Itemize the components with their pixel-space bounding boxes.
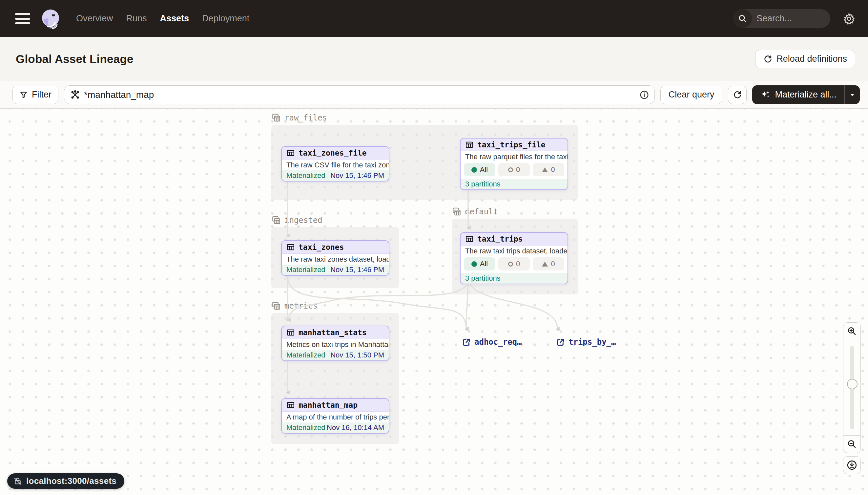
- materialized-timestamp: Nov 15, 1:50 PM: [330, 351, 384, 359]
- asset-name: taxi_trips_file: [477, 140, 546, 149]
- triangle-icon: [542, 167, 548, 172]
- zoom-out-icon: [847, 439, 857, 449]
- materialized-status: Materialized: [286, 424, 325, 432]
- asset-name: manhattan_stats: [299, 328, 367, 337]
- top-navbar: Overview Runs Assets Deployment /: [0, 0, 868, 37]
- group-label-raw-files[interactable]: raw_files: [271, 113, 327, 123]
- reload-definitions-button[interactable]: Reload definitions: [755, 50, 855, 68]
- asset-group-icon: [271, 301, 281, 311]
- materialized-status: Materialized: [286, 351, 325, 359]
- status-url: localhost:3000/assets: [26, 476, 117, 486]
- page-title: Global Asset Lineage: [16, 52, 134, 66]
- filter-funnel-icon: [19, 90, 28, 99]
- green-dot-icon: [472, 167, 477, 173]
- partitions-failed-pill[interactable]: 0: [533, 257, 564, 271]
- zoom-out-button[interactable]: [843, 435, 861, 453]
- partitions-count: 3 partitions: [465, 274, 501, 283]
- asset-group-icon: [452, 207, 462, 217]
- asset-description: The raw taxi trips dataset, loaded into …: [461, 245, 568, 256]
- asset-node-taxi-trips-file[interactable]: taxi_trips_file The raw parquet files fo…: [460, 138, 568, 190]
- asset-description: A map of the number of trips per taxi z.…: [282, 412, 389, 423]
- ring-icon: [508, 167, 513, 172]
- asset-node-taxi-zones-file[interactable]: taxi_zones_file The raw CSV file for the…: [281, 146, 389, 182]
- lineage-toolbar: Filter Clear query: [0, 81, 868, 109]
- ring-icon: [508, 262, 513, 267]
- asset-name: taxi_zones: [299, 243, 344, 252]
- partitions-failed-pill[interactable]: 0: [533, 163, 564, 176]
- table-icon: [286, 328, 295, 337]
- materialize-dropdown-button[interactable]: [844, 85, 860, 104]
- external-node-adhoc-request[interactable]: adhoc_req…: [462, 338, 522, 347]
- nav-link-overview[interactable]: Overview: [76, 14, 113, 24]
- nav-link-assets[interactable]: Assets: [160, 14, 189, 24]
- nav-links: Overview Runs Assets Deployment: [76, 14, 249, 24]
- refresh-icon: [733, 90, 742, 100]
- materialize-all-button[interactable]: Materialize all...: [752, 85, 844, 104]
- search-icon: [733, 9, 752, 28]
- table-icon: [286, 149, 295, 157]
- asset-group-icon: [271, 113, 281, 123]
- asset-query-input[interactable]: [84, 90, 635, 100]
- asset-query-box[interactable]: [64, 85, 655, 104]
- zoom-in-button[interactable]: [843, 322, 861, 340]
- materialized-status: Materialized: [286, 171, 325, 180]
- zoom-in-icon: [847, 326, 857, 336]
- group-label-metrics[interactable]: metrics: [271, 301, 318, 311]
- nav-link-runs[interactable]: Runs: [126, 14, 147, 24]
- insecure-lock-icon: [13, 477, 22, 486]
- asset-node-taxi-trips[interactable]: taxi_trips The raw taxi trips dataset, l…: [460, 232, 568, 284]
- table-icon: [465, 235, 474, 243]
- asset-node-taxi-zones[interactable]: taxi_zones The raw taxi zones dataset, l…: [281, 240, 389, 276]
- materialized-timestamp: Nov 15, 1:46 PM: [330, 266, 384, 274]
- partitions-count: 3 partitions: [465, 180, 501, 188]
- external-link-icon: [556, 338, 565, 347]
- global-search[interactable]: /: [733, 9, 830, 28]
- asset-group-icon: [271, 215, 281, 225]
- asset-name: taxi_trips: [477, 235, 522, 243]
- asset-description: The raw taxi zones dataset, loaded int..…: [282, 254, 389, 264]
- external-node-trips-by[interactable]: trips_by_…: [556, 338, 616, 347]
- reload-icon: [763, 54, 773, 64]
- triangle-icon: [542, 262, 548, 267]
- page-header: Global Asset Lineage Reload definitions: [0, 37, 868, 81]
- query-info-icon[interactable]: [639, 90, 649, 100]
- asset-node-manhattan-stats[interactable]: manhattan_stats Metrics on taxi trips in…: [281, 326, 389, 361]
- table-icon: [465, 140, 474, 149]
- browser-status-pill: localhost:3000/assets: [7, 473, 124, 489]
- zoom-slider[interactable]: [843, 340, 861, 435]
- partitions-missing-pill[interactable]: 0: [498, 163, 530, 176]
- dagster-app: Overview Runs Assets Deployment / Global…: [0, 0, 868, 495]
- asset-name: manhattan_map: [299, 401, 358, 409]
- partitions-all-pill[interactable]: All: [464, 257, 495, 271]
- partitions-missing-pill[interactable]: 0: [498, 257, 530, 271]
- dagster-logo[interactable]: [40, 8, 61, 29]
- download-image-button[interactable]: [843, 456, 861, 474]
- group-label-ingested[interactable]: ingested: [271, 215, 322, 225]
- asset-node-manhattan-map[interactable]: manhattan_map A map of the number of tri…: [281, 398, 389, 433]
- green-dot-icon: [472, 261, 477, 267]
- hamburger-menu-icon[interactable]: [15, 13, 30, 24]
- zoom-slider-handle[interactable]: [847, 379, 857, 389]
- nav-link-deployment[interactable]: Deployment: [202, 14, 249, 24]
- zoom-widget: [843, 322, 861, 474]
- clear-query-button[interactable]: Clear query: [660, 86, 723, 104]
- settings-gear-icon[interactable]: [843, 13, 855, 25]
- materialized-timestamp: Nov 15, 1:46 PM: [330, 171, 384, 180]
- external-link-icon: [462, 338, 471, 347]
- materialize-all-split-button: Materialize all...: [752, 85, 860, 104]
- asset-name: taxi_zones_file: [299, 149, 367, 157]
- search-input[interactable]: [752, 14, 830, 24]
- materialized-timestamp: Nov 16, 10:14 AM: [327, 424, 384, 432]
- lineage-query-icon: [70, 90, 80, 100]
- sparkle-icon: [760, 90, 770, 100]
- download-icon: [846, 460, 857, 471]
- refresh-graph-button[interactable]: [728, 86, 747, 104]
- materialized-status: Materialized: [286, 266, 325, 274]
- group-label-default[interactable]: default: [452, 207, 498, 217]
- asset-description: Metrics on taxi trips in Manhattan: [282, 339, 389, 350]
- filter-button[interactable]: Filter: [13, 86, 58, 104]
- asset-description: The raw parquet files for the taxi trips…: [461, 151, 568, 162]
- partitions-all-pill[interactable]: All: [464, 163, 495, 176]
- caret-down-icon: [849, 91, 855, 98]
- table-icon: [286, 401, 295, 409]
